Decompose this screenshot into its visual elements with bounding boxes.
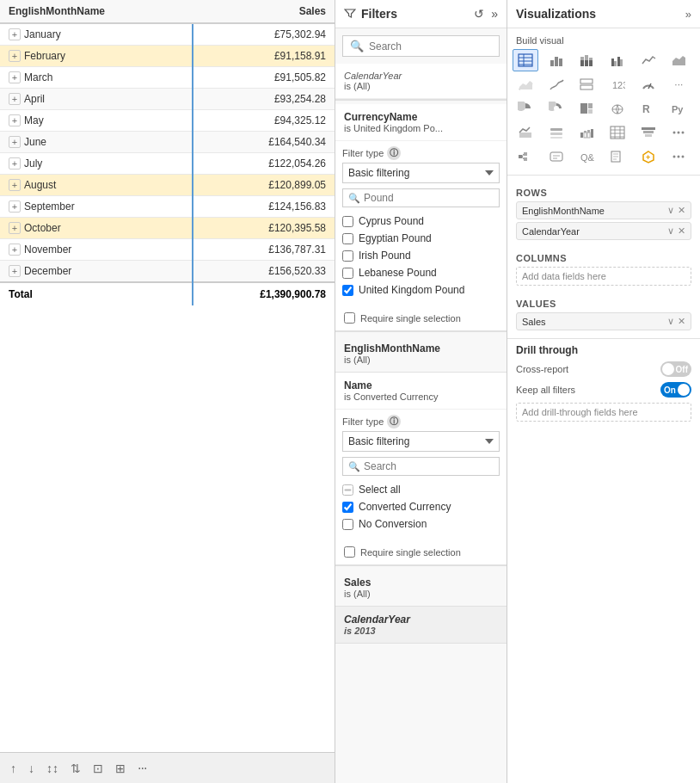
rows-field-month-chevron[interactable]: ∨	[667, 205, 674, 216]
require-checkbox-1[interactable]	[344, 312, 355, 324]
python-icon[interactable]: Py	[666, 97, 691, 120]
info-icon-2[interactable]: ⓘ	[387, 415, 401, 428]
currency-checkbox[interactable]	[342, 268, 353, 279]
line-viz-icon[interactable]	[636, 49, 661, 71]
name-checkbox[interactable]	[342, 484, 353, 496]
require-single-2[interactable]: Require single selection	[335, 539, 507, 564]
sort-desc-icon[interactable]: ↓	[25, 760, 38, 777]
rows-field-year-remove[interactable]: ✕	[678, 225, 685, 237]
row-expand-icon[interactable]: +	[9, 200, 21, 213]
bar-viz-icon[interactable]	[543, 49, 569, 71]
funnel-viz-icon[interactable]	[636, 121, 661, 144]
name-checkbox-item[interactable]: Select all	[342, 481, 500, 498]
row-expand-icon[interactable]: +	[9, 71, 21, 83]
viz-expand-icon[interactable]: »	[685, 8, 691, 21]
smart-narrative-icon[interactable]	[543, 145, 569, 168]
more-custom-icon[interactable]	[666, 145, 691, 168]
currency-checkbox-item[interactable]: Irish Pound	[342, 247, 500, 264]
keep-filters-toggle[interactable]: On	[660, 382, 691, 398]
currency-checkbox-item[interactable]: Lebanese Pound	[342, 264, 500, 281]
name-filter-header[interactable]: Name is Converted Currency	[335, 373, 507, 410]
currency-checkbox-item[interactable]: Egyptian Pound	[342, 230, 500, 247]
clustered-bar-viz-icon[interactable]	[605, 49, 630, 71]
row-expand-icon[interactable]: +	[9, 114, 21, 126]
search-input[interactable]	[369, 40, 492, 52]
stacked-bar-viz-icon[interactable]	[574, 49, 599, 71]
columns-add-fields[interactable]: Add data fields here	[516, 267, 691, 286]
name-checkbox[interactable]	[342, 502, 353, 513]
row-expand-icon[interactable]: +	[9, 179, 21, 191]
slicer-viz-icon[interactable]	[543, 121, 569, 144]
table-viz-icon[interactable]	[513, 49, 538, 71]
donut-viz-icon[interactable]	[543, 97, 569, 120]
name-checkbox-item[interactable]: No Conversion	[342, 515, 500, 533]
calendaryear-filter-section[interactable]: CalendarYear is 2013	[335, 607, 507, 644]
add-drill-fields[interactable]: Add drill-through fields here	[516, 403, 691, 422]
name-checkbox[interactable]	[342, 519, 353, 530]
treemap-viz-icon[interactable]	[574, 97, 599, 120]
row-expand-icon[interactable]: +	[9, 244, 21, 256]
expand-icon[interactable]: ⇅	[67, 760, 84, 777]
name-search-input[interactable]	[364, 460, 494, 472]
values-field-sales-remove[interactable]: ✕	[678, 316, 685, 327]
currency-checkbox[interactable]	[342, 250, 353, 262]
scatter-viz-icon[interactable]	[513, 73, 538, 96]
custom-viz-icon[interactable]: +	[636, 145, 661, 168]
rows-field-year[interactable]: CalendarYear ∨ ✕	[516, 222, 691, 240]
values-field-sales[interactable]: Sales ∨ ✕	[516, 312, 691, 330]
calendar-year-header[interactable]: CalendarYear is (All)	[335, 64, 507, 99]
decomp-tree-icon[interactable]	[513, 145, 538, 168]
r-script-icon[interactable]: R	[636, 97, 661, 120]
expand-panel-icon[interactable]: »	[491, 7, 498, 21]
filter-icon[interactable]: ⊡	[89, 760, 107, 777]
layout-icon[interactable]: ⊞	[112, 760, 129, 777]
qa-icon[interactable]: Q&A	[574, 145, 599, 168]
paginated-icon[interactable]	[605, 145, 630, 168]
row-expand-icon[interactable]: +	[9, 265, 21, 277]
cross-report-toggle[interactable]: Off	[660, 361, 691, 377]
currency-search-input[interactable]	[364, 192, 494, 204]
matrix-viz-icon[interactable]	[605, 121, 630, 144]
pie-viz-icon[interactable]	[513, 97, 538, 120]
multi-row-card-icon[interactable]	[574, 73, 599, 96]
require-checkbox-2[interactable]	[344, 546, 355, 558]
row-expand-icon[interactable]: +	[9, 222, 21, 234]
rows-field-month[interactable]: EnglishMonthName ∨ ✕	[516, 201, 691, 219]
name-search-box[interactable]: 🔍	[342, 457, 500, 476]
currency-checkbox[interactable]	[342, 216, 353, 227]
sort-asc-icon[interactable]: ↑	[7, 760, 20, 777]
currency-search-box[interactable]: 🔍	[342, 188, 500, 207]
info-icon-1[interactable]: ⓘ	[387, 146, 401, 160]
search-box[interactable]: 🔍	[342, 35, 500, 57]
map-viz-icon[interactable]	[605, 97, 630, 120]
row-expand-icon[interactable]: +	[9, 93, 21, 105]
area-viz-icon[interactable]	[666, 49, 691, 71]
currency-checkbox-item[interactable]: Cyprus Pound	[342, 213, 500, 230]
name-checkbox-item[interactable]: Converted Currency	[342, 498, 500, 515]
filter-type-select-2[interactable]: Basic filtering	[342, 431, 500, 452]
more-options-icon[interactable]: ···	[134, 759, 150, 778]
more-viz-icon[interactable]: ···	[666, 73, 691, 96]
currency-filter-header[interactable]: CurrencyName is United Kingdom Po...	[335, 104, 507, 141]
waterfall-viz-icon[interactable]	[574, 121, 599, 144]
ribbon-viz-icon[interactable]	[543, 73, 569, 96]
currency-checkbox[interactable]	[342, 285, 353, 296]
more-viz-icon2[interactable]	[666, 121, 691, 144]
currency-checkbox[interactable]	[342, 233, 353, 244]
row-expand-icon[interactable]: +	[9, 136, 21, 148]
row-expand-icon[interactable]: +	[9, 157, 21, 170]
row-expand-icon[interactable]: +	[9, 28, 21, 40]
card-viz-icon[interactable]: 123	[605, 73, 630, 96]
values-field-sales-chevron[interactable]: ∨	[667, 316, 674, 327]
kpi-viz-icon[interactable]	[513, 121, 538, 144]
row-expand-icon[interactable]: +	[9, 50, 21, 62]
gauge-viz-icon[interactable]	[636, 73, 661, 96]
rows-field-year-chevron[interactable]: ∨	[667, 225, 674, 237]
require-single-1[interactable]: Require single selection	[335, 305, 507, 330]
sort-both-icon[interactable]: ↕↕	[43, 760, 62, 777]
refresh-icon[interactable]: ↺	[474, 7, 484, 21]
currency-checkbox-item[interactable]: United Kingdom Pound	[342, 281, 500, 299]
filter-type-select-1[interactable]: Basic filtering	[342, 163, 500, 183]
rows-field-month-remove[interactable]: ✕	[678, 205, 685, 216]
month-filter-section[interactable]: EnglishMonthName is (All)	[335, 336, 507, 373]
